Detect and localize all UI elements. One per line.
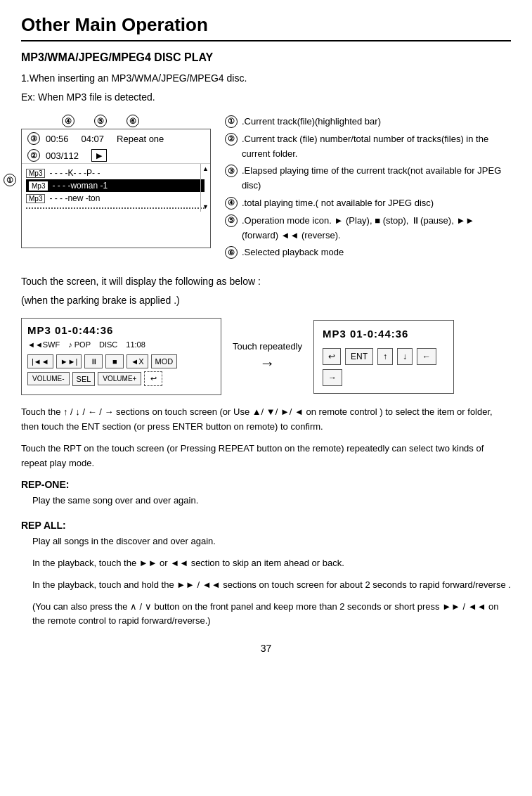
dotted-divider xyxy=(26,207,205,209)
mp3-tag-2: Mp3 xyxy=(29,181,48,191)
total-time: 04:07 xyxy=(82,134,105,144)
cancel-btn[interactable]: ◄X xyxy=(126,354,148,368)
rep-all-line1: Play all songs in the discover and over … xyxy=(21,534,511,549)
rep-all-line4: (You can also press the ∧ / ∨ button on … xyxy=(21,600,511,629)
touch-instruction-line1: Touch the screen, it will display the fo… xyxy=(21,274,511,289)
rep-all-line3: In the playback, touch and hold the ►► /… xyxy=(21,578,511,593)
note-2: ② .Current track (file) number/total num… xyxy=(225,132,511,162)
mod-btn[interactable]: MOD xyxy=(151,354,178,368)
note-4: ④ .total playing time.( not available fo… xyxy=(225,196,511,211)
note-5: ⑤ .Operation mode icon. ► (Play), ■ (sto… xyxy=(225,214,511,243)
circle-5: ⑤ xyxy=(94,115,107,127)
touch-instruction-line2: (when the parking brake is applied .) xyxy=(21,293,511,308)
body-p2: Touch the RPT on the touch screen (or Pr… xyxy=(21,442,511,471)
mp3-tag-1: Mp3 xyxy=(26,169,45,178)
ent-return-btn[interactable]: ↩ xyxy=(323,348,341,365)
page-number: 37 xyxy=(21,643,511,654)
page-title: Other Main Operation xyxy=(21,14,511,41)
note-3: ③ .Elapsed playing time of the current t… xyxy=(225,164,511,193)
stop-btn[interactable]: ■ xyxy=(105,354,124,368)
prev-track-btn[interactable]: |◄◄ xyxy=(27,354,53,368)
rep-all-title: REP ALL: xyxy=(21,518,511,533)
play-icon: ▶ xyxy=(91,149,107,162)
file-name-3: - - - -new -ton xyxy=(49,193,100,203)
note-1: ① .Current track(file)(highlighted bar) xyxy=(225,115,511,129)
mp3-tag-3: Mp3 xyxy=(26,194,45,203)
elapsed-time: 00:56 xyxy=(46,134,69,144)
rep-one-text: Play the same song over and over again. xyxy=(21,494,511,508)
left-panel-btn-row1: |◄◄ ►►| ⏸ ■ ◄X MOD xyxy=(27,354,215,368)
circle-6: ⑥ xyxy=(126,115,139,127)
touch-repeatedly-label: Touch repeatedly → xyxy=(233,341,302,373)
volume-up-btn[interactable]: VOLUME+ xyxy=(98,372,141,385)
sel-btn[interactable]: SEL xyxy=(72,372,96,386)
circle-3: ③ xyxy=(27,132,40,145)
left-panel-sub: ◄◄SWF ♪ POP DISC 11:08 xyxy=(27,340,215,349)
file-row-1: Mp3 - - - -K- - -P- - xyxy=(26,167,205,179)
pause-btn[interactable]: ⏸ xyxy=(84,354,103,368)
swf-label: ◄◄SWF xyxy=(27,340,60,349)
up-btn[interactable]: ↑ xyxy=(377,348,393,365)
left-panel-header: MP3 01-0:44:36 xyxy=(27,324,215,336)
repeat-mode: Repeat one xyxy=(117,134,164,144)
right-panel-buttons: ↩ ENT ↑ ↓ ← → xyxy=(323,348,445,386)
volume-down-btn[interactable]: VOLUME- xyxy=(27,372,70,385)
touch-repeatedly-text: Touch repeatedly xyxy=(233,341,302,352)
circle-2: ② xyxy=(27,149,40,162)
file-name-1: - - - -K- - -P- - xyxy=(49,168,100,178)
track-info: 003/112 xyxy=(46,150,79,161)
rep-one-title: REP-ONE: xyxy=(21,477,511,492)
right-touch-panel: MP3 01-0:44:36 ↩ ENT ↑ ↓ ← → xyxy=(313,320,454,394)
left-panel-btn-row2: VOLUME- SEL VOLUME+ ↩ xyxy=(27,371,215,386)
scroll-down-arrow[interactable]: ▼ xyxy=(202,203,209,210)
file-row-2: Mp3 - - - -woman -1 xyxy=(26,179,205,192)
note-6: ⑥ .Selected playback mode xyxy=(225,245,511,260)
left-touch-panel: MP3 01-0:44:36 ◄◄SWF ♪ POP DISC 11:08 |◄… xyxy=(21,318,221,395)
disc-label: DISC xyxy=(99,340,117,349)
circle-4: ④ xyxy=(62,115,74,127)
intro-line1: 1.When inserting an MP3/WMA/JPEG/MPEG4 d… xyxy=(21,71,511,86)
circle-1: ① xyxy=(4,174,16,186)
file-name-2: - - - -woman -1 xyxy=(52,181,108,191)
pop-label: ♪ POP xyxy=(68,340,91,349)
left-btn[interactable]: ← xyxy=(417,348,436,365)
next-track-btn[interactable]: ►►| xyxy=(56,354,82,368)
file-row-3: Mp3 - - - -new -ton xyxy=(26,192,205,205)
intro-line2: Ex: When MP3 file is detected. xyxy=(21,90,511,105)
time-label: 11:08 xyxy=(126,340,145,349)
down-btn[interactable]: ↓ xyxy=(397,348,413,365)
body-p1: Touch the ↑ / ↓ / ← / → sections on touc… xyxy=(21,405,511,435)
return-btn[interactable]: ↩ xyxy=(144,371,162,386)
scroll-bar[interactable]: ▲ ▼ xyxy=(200,164,210,212)
ent-btn[interactable]: ENT xyxy=(345,348,373,365)
scroll-up-arrow[interactable]: ▲ xyxy=(202,165,209,172)
right-btn[interactable]: → xyxy=(323,369,342,386)
rep-all-line2: In the playback, touch the ►► or ◄◄ sect… xyxy=(21,556,511,571)
right-panel-header: MP3 01-0:44:36 xyxy=(323,328,445,340)
right-arrow-icon: → xyxy=(260,354,275,373)
section-subtitle: MP3/WMA/JPEG/MPEG4 DISC PLAY xyxy=(21,51,511,64)
